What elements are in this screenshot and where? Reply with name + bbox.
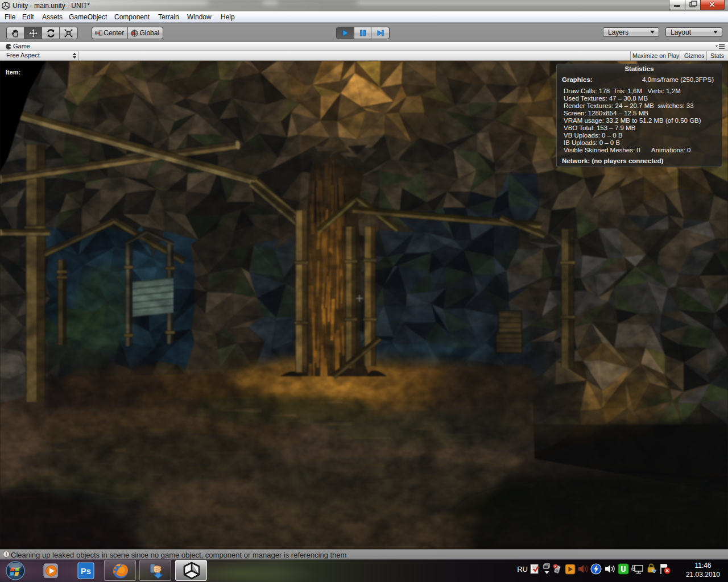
svg-text:Ps: Ps <box>81 566 91 576</box>
